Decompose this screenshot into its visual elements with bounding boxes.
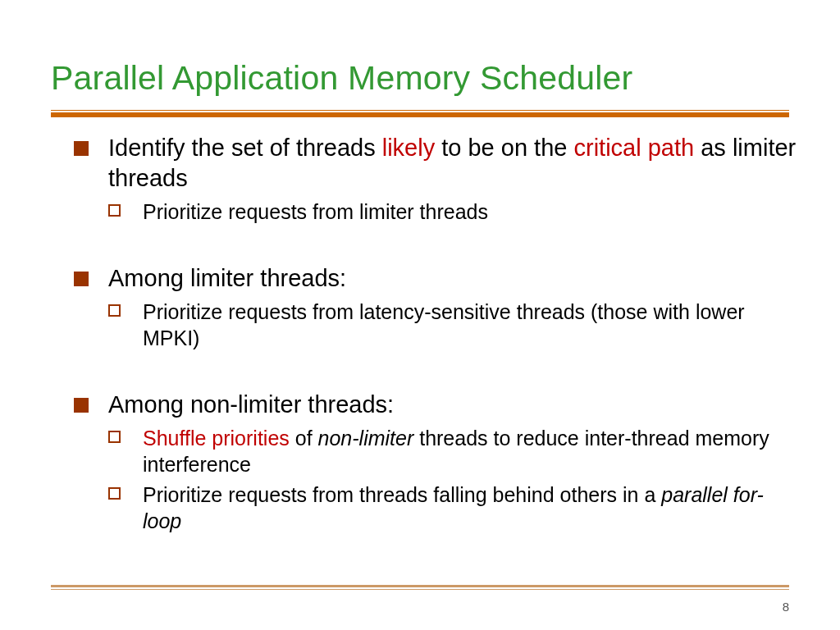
sub-bullet-text: Prioritize requests from limiter threads <box>143 200 488 223</box>
footer-rule <box>51 585 789 591</box>
sub-bullet-text: Prioritize requests from threads falling… <box>143 483 764 533</box>
bullet-1: Identify the set of threads likely to be… <box>74 133 797 194</box>
square-bullet-icon <box>74 141 89 156</box>
bullet-3: Among non-limiter threads: <box>74 390 797 420</box>
bullet-2-text: Among limiter threads: <box>108 263 797 294</box>
title-rule <box>51 110 789 118</box>
bullet-1-sub-1: Prioritize requests from limiter threads <box>108 199 797 226</box>
text-emphasis: critical path <box>573 135 694 161</box>
text-fragment: Prioritize requests from threads falling… <box>143 483 661 506</box>
text-emphasis: likely <box>382 135 435 161</box>
text-italic: non-limiter <box>318 427 414 450</box>
text-fragment: Identify the set of threads <box>108 135 382 161</box>
square-bullet-icon <box>74 398 89 413</box>
text-emphasis: Shuffle priorities <box>143 427 290 450</box>
square-outline-icon <box>108 304 121 317</box>
slide-title: Parallel Application Memory Scheduler <box>51 59 807 98</box>
square-outline-icon <box>108 431 121 443</box>
square-bullet-icon <box>74 272 89 286</box>
text-fragment: of <box>290 427 318 450</box>
bullet-3-sub-2: Prioritize requests from threads falling… <box>108 482 797 535</box>
bullet-2-sub-1: Prioritize requests from latency-sensiti… <box>108 299 797 352</box>
slide-content: Identify the set of threads likely to be… <box>74 133 797 536</box>
text-fragment: to be on the <box>435 135 573 161</box>
square-outline-icon <box>108 487 121 500</box>
page-number: 8 <box>783 600 789 614</box>
sub-bullet-text: Prioritize requests from latency-sensiti… <box>143 300 745 350</box>
slide: Parallel Application Memory Scheduler Id… <box>0 0 840 630</box>
square-outline-icon <box>108 204 121 217</box>
sub-bullet-text: Shuffle priorities of non-limiter thread… <box>143 427 769 477</box>
bullet-1-text: Identify the set of threads likely to be… <box>108 133 797 194</box>
bullet-3-sub-1: Shuffle priorities of non-limiter thread… <box>108 425 797 478</box>
bullet-3-text: Among non-limiter threads: <box>108 390 797 420</box>
bullet-2: Among limiter threads: <box>74 263 797 294</box>
